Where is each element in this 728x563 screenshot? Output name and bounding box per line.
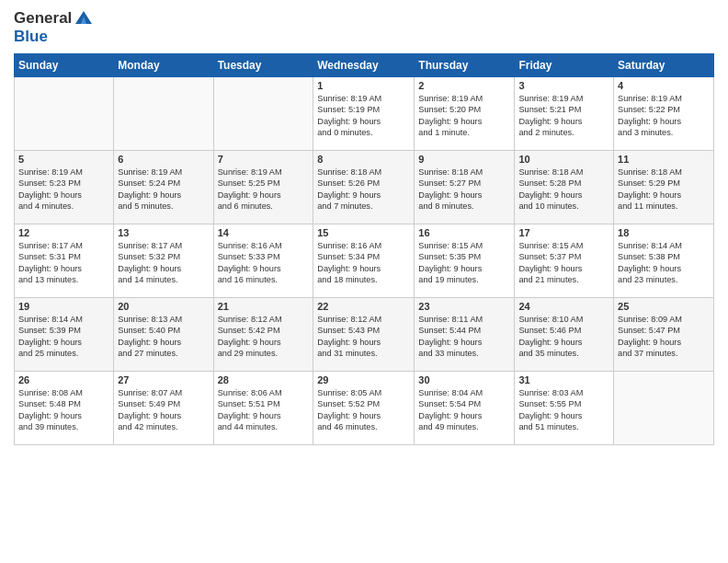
sunset-text: Sunset: 5:25 PM	[218, 178, 280, 188]
sunrise-text: Sunrise: 8:08 AM	[18, 388, 83, 397]
day-number: 5	[18, 154, 109, 165]
weekday-header-monday: Monday	[114, 54, 213, 77]
day-info: Sunrise: 8:18 AMSunset: 5:27 PMDaylight:…	[418, 167, 510, 213]
calendar-cell: 5Sunrise: 8:19 AMSunset: 5:23 PMDaylight…	[15, 151, 114, 224]
sunrise-text: Sunrise: 8:18 AM	[618, 167, 682, 177]
calendar-table: SundayMondayTuesdayWednesdayThursdayFrid…	[14, 53, 714, 445]
sunset-text: Sunset: 5:19 PM	[317, 105, 380, 114]
daylight-minutes-text: and 23 minutes.	[618, 275, 677, 284]
calendar-cell: 16Sunrise: 8:15 AMSunset: 5:35 PMDayligh…	[415, 224, 515, 298]
sunset-text: Sunset: 5:28 PM	[518, 178, 581, 188]
daylight-hours-text: Daylight: 9 hours	[118, 190, 181, 200]
daylight-minutes-text: and 2 minutes.	[518, 128, 574, 137]
day-info: Sunrise: 8:17 AMSunset: 5:31 PMDaylight:…	[18, 240, 109, 286]
day-number: 6	[118, 154, 209, 165]
daylight-minutes-text: and 13 minutes.	[18, 275, 78, 284]
day-number: 8	[317, 154, 410, 165]
calendar-cell: 27Sunrise: 8:07 AMSunset: 5:49 PMDayligh…	[114, 372, 213, 445]
sunset-text: Sunset: 5:20 PM	[418, 105, 481, 114]
day-number: 16	[418, 227, 510, 238]
weekday-header-friday: Friday	[515, 54, 614, 77]
day-number: 19	[18, 301, 109, 312]
daylight-hours-text: Daylight: 9 hours	[518, 264, 582, 273]
day-info: Sunrise: 8:18 AMSunset: 5:28 PMDaylight:…	[518, 167, 609, 213]
daylight-minutes-text: and 19 minutes.	[418, 275, 478, 284]
calendar-cell: 24Sunrise: 8:10 AMSunset: 5:46 PMDayligh…	[515, 298, 614, 372]
daylight-hours-text: Daylight: 9 hours	[518, 338, 582, 347]
calendar-cell: 2Sunrise: 8:19 AMSunset: 5:20 PMDaylight…	[415, 77, 515, 151]
sunrise-text: Sunrise: 8:03 AM	[518, 388, 583, 397]
sunrise-text: Sunrise: 8:19 AM	[518, 94, 583, 103]
sunset-text: Sunset: 5:38 PM	[618, 252, 680, 261]
daylight-hours-text: Daylight: 9 hours	[118, 338, 181, 347]
day-number: 28	[218, 374, 310, 385]
daylight-hours-text: Daylight: 9 hours	[18, 411, 82, 420]
day-info: Sunrise: 8:10 AMSunset: 5:46 PMDaylight:…	[518, 314, 609, 360]
day-number: 24	[518, 301, 609, 312]
weekday-header-row: SundayMondayTuesdayWednesdayThursdayFrid…	[15, 54, 714, 77]
calendar-cell: 22Sunrise: 8:12 AMSunset: 5:43 PMDayligh…	[313, 298, 415, 372]
calendar-cell: 3Sunrise: 8:19 AMSunset: 5:21 PMDaylight…	[515, 77, 614, 151]
calendar-week-row: 12Sunrise: 8:17 AMSunset: 5:31 PMDayligh…	[15, 224, 714, 298]
day-number: 20	[118, 301, 209, 312]
day-number: 26	[18, 374, 109, 385]
sunset-text: Sunset: 5:54 PM	[418, 399, 481, 408]
day-number: 23	[418, 301, 510, 312]
day-number: 27	[118, 374, 209, 385]
calendar-cell: 11Sunrise: 8:18 AMSunset: 5:29 PMDayligh…	[614, 151, 714, 224]
sunset-text: Sunset: 5:32 PM	[118, 252, 180, 261]
day-info: Sunrise: 8:17 AMSunset: 5:32 PMDaylight:…	[118, 240, 209, 286]
daylight-hours-text: Daylight: 9 hours	[118, 264, 181, 273]
sunrise-text: Sunrise: 8:05 AM	[317, 388, 381, 397]
daylight-minutes-text: and 39 minutes.	[18, 422, 78, 431]
calendar-cell: 10Sunrise: 8:18 AMSunset: 5:28 PMDayligh…	[515, 151, 614, 224]
calendar-cell: 21Sunrise: 8:12 AMSunset: 5:42 PMDayligh…	[213, 298, 313, 372]
daylight-hours-text: Daylight: 9 hours	[317, 190, 381, 200]
sunset-text: Sunset: 5:27 PM	[418, 178, 481, 188]
sunset-text: Sunset: 5:35 PM	[418, 252, 481, 261]
daylight-hours-text: Daylight: 9 hours	[317, 117, 381, 126]
daylight-hours-text: Daylight: 9 hours	[418, 338, 482, 347]
day-number: 30	[418, 374, 510, 385]
weekday-header-thursday: Thursday	[415, 54, 515, 77]
daylight-minutes-text: and 14 minutes.	[118, 275, 177, 284]
sunset-text: Sunset: 5:55 PM	[518, 399, 581, 408]
calendar-cell	[114, 77, 213, 151]
day-info: Sunrise: 8:19 AMSunset: 5:22 PMDaylight:…	[618, 93, 710, 139]
day-number: 17	[518, 227, 609, 238]
daylight-minutes-text: and 37 minutes.	[618, 349, 677, 358]
daylight-hours-text: Daylight: 9 hours	[18, 264, 82, 273]
header: General Blue	[14, 9, 714, 46]
sunrise-text: Sunrise: 8:15 AM	[518, 241, 583, 250]
day-number: 21	[218, 301, 310, 312]
calendar-cell: 6Sunrise: 8:19 AMSunset: 5:24 PMDaylight…	[114, 151, 213, 224]
daylight-minutes-text: and 49 minutes.	[418, 422, 478, 431]
day-number: 11	[618, 154, 710, 165]
daylight-minutes-text: and 3 minutes.	[618, 128, 673, 137]
daylight-hours-text: Daylight: 9 hours	[218, 338, 281, 347]
sunrise-text: Sunrise: 8:19 AM	[317, 94, 381, 103]
sunset-text: Sunset: 5:46 PM	[518, 326, 581, 335]
daylight-hours-text: Daylight: 9 hours	[317, 338, 381, 347]
sunrise-text: Sunrise: 8:17 AM	[118, 241, 182, 250]
sunrise-text: Sunrise: 8:14 AM	[18, 315, 83, 324]
sunset-text: Sunset: 5:42 PM	[218, 326, 280, 335]
day-info: Sunrise: 8:14 AMSunset: 5:39 PMDaylight:…	[18, 314, 109, 360]
day-info: Sunrise: 8:15 AMSunset: 5:35 PMDaylight:…	[418, 240, 510, 286]
day-number: 10	[518, 154, 609, 165]
calendar-cell: 7Sunrise: 8:19 AMSunset: 5:25 PMDaylight…	[213, 151, 313, 224]
day-info: Sunrise: 8:19 AMSunset: 5:20 PMDaylight:…	[418, 93, 510, 139]
daylight-minutes-text: and 7 minutes.	[317, 201, 372, 211]
sunrise-text: Sunrise: 8:18 AM	[518, 167, 583, 177]
calendar-week-row: 5Sunrise: 8:19 AMSunset: 5:23 PMDaylight…	[15, 151, 714, 224]
sunset-text: Sunset: 5:43 PM	[317, 326, 380, 335]
calendar-cell: 30Sunrise: 8:04 AMSunset: 5:54 PMDayligh…	[415, 372, 515, 445]
day-number: 13	[118, 227, 209, 238]
sunrise-text: Sunrise: 8:10 AM	[518, 315, 583, 324]
daylight-hours-text: Daylight: 9 hours	[518, 411, 582, 420]
day-info: Sunrise: 8:06 AMSunset: 5:51 PMDaylight:…	[218, 387, 310, 433]
sunrise-text: Sunrise: 8:17 AM	[18, 241, 83, 250]
sunrise-text: Sunrise: 8:19 AM	[418, 94, 483, 103]
calendar-cell: 13Sunrise: 8:17 AMSunset: 5:32 PMDayligh…	[114, 224, 213, 298]
day-info: Sunrise: 8:12 AMSunset: 5:43 PMDaylight:…	[317, 314, 410, 360]
